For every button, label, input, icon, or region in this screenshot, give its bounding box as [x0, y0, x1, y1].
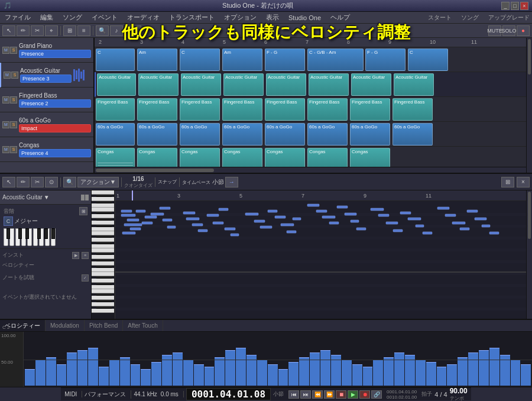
track-solo-bass[interactable]: S — [10, 96, 17, 104]
velocity-bar-5[interactable] — [77, 350, 87, 386]
playhead-fwd[interactable] — [85, 195, 89, 200]
key-c[interactable]: C — [4, 216, 13, 226]
clip-gogo-7[interactable]: 60s a GoGo — [350, 123, 390, 145]
vel-tab-pitch[interactable]: Pitch Bend — [85, 320, 123, 331]
track-plugin-acoustic[interactable]: Presence 3 — [20, 75, 72, 83]
record-arm[interactable]: ● — [517, 25, 530, 36]
clip-ag-5[interactable]: Acoustic Guitar — [266, 73, 306, 96]
transport-stop[interactable]: ⏹ — [336, 390, 346, 399]
velocity-bar-34[interactable] — [384, 357, 394, 386]
pr-vscroll[interactable] — [526, 190, 532, 319]
vel-tab-modulation[interactable]: Modulation — [46, 320, 85, 331]
tool-pencil[interactable]: ✏ — [17, 25, 30, 36]
clip-fb-7[interactable]: Fingered Bass — [350, 98, 390, 121]
track-solo-grand-piano[interactable]: S — [10, 47, 17, 54]
piano-roll-content[interactable]: 1 3 5 7 9 11 — [115, 190, 532, 319]
menu-transport[interactable]: トランスポート — [167, 12, 217, 22]
velocity-bar-26[interactable] — [299, 357, 309, 386]
quantize-value[interactable]: 1/16 — [132, 176, 144, 182]
velocity-bar-3[interactable] — [57, 364, 67, 386]
velocity-bar-0[interactable] — [25, 369, 35, 386]
velocity-bar-20[interactable] — [236, 348, 246, 386]
velocity-bar-10[interactable] — [131, 364, 141, 386]
playhead-back[interactable] — [81, 195, 85, 200]
clip-ag-8[interactable]: Acoustic Guitar — [394, 73, 434, 96]
transport-start[interactable]: ⏮ — [288, 390, 299, 399]
velocity-bar-15[interactable] — [183, 360, 193, 386]
track-mute-gogo[interactable]: M — [2, 121, 9, 128]
close-button[interactable]: × — [520, 2, 528, 10]
clip-gogo-1[interactable]: 60s a GoGo — [96, 123, 135, 145]
velocity-bar-35[interactable] — [394, 353, 404, 386]
menu-studioone[interactable]: Studio One — [286, 14, 323, 22]
velocity-bar-2[interactable] — [46, 357, 56, 386]
minimize-button[interactable]: _ — [501, 2, 510, 10]
clip-gogo-4[interactable]: 60s a GoGo — [222, 123, 262, 145]
clip-gogo-3[interactable]: 60s a GoGo — [180, 123, 220, 145]
velocity-bar-44[interactable] — [489, 348, 499, 386]
test-checkbox[interactable]: ✓ — [82, 274, 89, 282]
pr-tool-misc[interactable]: ⊙ — [45, 177, 58, 187]
velocity-bar-40[interactable] — [447, 364, 457, 386]
velocity-bar-41[interactable] — [458, 357, 468, 386]
track-plugin-bass[interactable]: Presence 2 — [19, 99, 91, 108]
velocity-bar-23[interactable] — [268, 364, 278, 386]
velocity-bar-43[interactable] — [479, 350, 489, 386]
tool-loop[interactable]: ↺ — [128, 25, 141, 36]
menu-view[interactable]: 表示 — [264, 12, 281, 22]
track-solo-acoustic[interactable]: S — [11, 72, 18, 79]
clip-fb-8[interactable]: Fingered Bass — [392, 98, 433, 121]
transport-rewind[interactable]: ⏪ — [312, 390, 323, 399]
track-plugin-gogo[interactable]: Impact — [19, 124, 91, 132]
pr-tool-eraser[interactable]: ✂ — [31, 177, 44, 187]
track-hscrollbar[interactable] — [95, 167, 526, 173]
menu-help[interactable]: ヘルプ — [328, 12, 352, 22]
tool-audio[interactable]: ♪ — [110, 25, 123, 36]
velocity-bar-8[interactable] — [109, 360, 119, 386]
inst-btn-1[interactable]: ▶ — [72, 252, 79, 259]
clip-fb-3[interactable]: Fingered Bass — [180, 98, 220, 121]
velocity-bar-7[interactable] — [99, 367, 109, 386]
tool-grid[interactable]: ≡ — [77, 25, 90, 36]
pr-tool-pencil[interactable]: ✏ — [17, 177, 30, 187]
clip-ag-1[interactable]: Acoustic Guitar — [97, 73, 136, 96]
pr-expand[interactable]: ⊞ — [501, 177, 514, 187]
velocity-bar-27[interactable] — [310, 353, 320, 386]
clip-ag-3[interactable]: Acoustic Guitar — [181, 73, 221, 96]
inst-btn-2[interactable]: ≡ — [82, 252, 89, 259]
tool-eraser[interactable]: ✂ — [31, 25, 44, 36]
velocity-bar-39[interactable] — [437, 367, 447, 386]
tool-3[interactable]: ⌖ — [45, 25, 58, 36]
tool-zoom-in[interactable]: 🔍 — [96, 25, 109, 36]
velocity-bar-17[interactable] — [205, 367, 215, 386]
velocity-bar-47[interactable] — [521, 364, 531, 386]
clip-fb-5[interactable]: Fingered Bass — [265, 98, 305, 121]
mute-button[interactable]: MUTE — [488, 25, 501, 36]
track-mute-grand-piano[interactable]: M — [2, 47, 9, 54]
velocity-bar-14[interactable] — [173, 353, 183, 386]
clip-gp-4[interactable]: Am — [222, 48, 262, 71]
track-mute-acoustic[interactable]: M — [4, 72, 11, 79]
velocity-bar-4[interactable] — [67, 353, 77, 386]
vel-tab-aftertouch[interactable]: After Touch — [123, 320, 163, 331]
tool-select[interactable]: ↖ — [2, 25, 15, 36]
velocity-bar-9[interactable] — [120, 357, 130, 386]
velocity-bar-31[interactable] — [352, 364, 362, 386]
clip-ag-7[interactable]: Acoustic Guitar — [351, 73, 391, 96]
clip-gp-6[interactable]: C - G/B - Am — [307, 48, 364, 71]
track-solo-congas[interactable]: S — [10, 146, 17, 153]
track-plugin-congas[interactable]: Presence 4 — [19, 149, 91, 157]
velocity-bar-24[interactable] — [278, 369, 288, 386]
clip-gogo-5[interactable]: 60s a GoGo — [265, 123, 305, 145]
velocity-bar-32[interactable] — [363, 367, 373, 386]
velocity-bar-18[interactable] — [215, 357, 225, 386]
pr-search[interactable]: 🔍 — [63, 177, 76, 187]
transport-play[interactable]: ▶ — [348, 390, 358, 399]
velocity-bar-6[interactable] — [88, 348, 98, 386]
clip-fb-2[interactable]: Fingered Bass — [137, 98, 177, 121]
clip-gogo-6[interactable]: 60s a GoGo — [307, 123, 348, 145]
track-mute-congas[interactable]: M — [2, 146, 9, 153]
transport-record[interactable]: ⏺ — [359, 390, 370, 399]
clip-fb-6[interactable]: Fingered Bass — [307, 98, 348, 121]
clip-fb-1[interactable]: Fingered Bass — [96, 98, 135, 121]
